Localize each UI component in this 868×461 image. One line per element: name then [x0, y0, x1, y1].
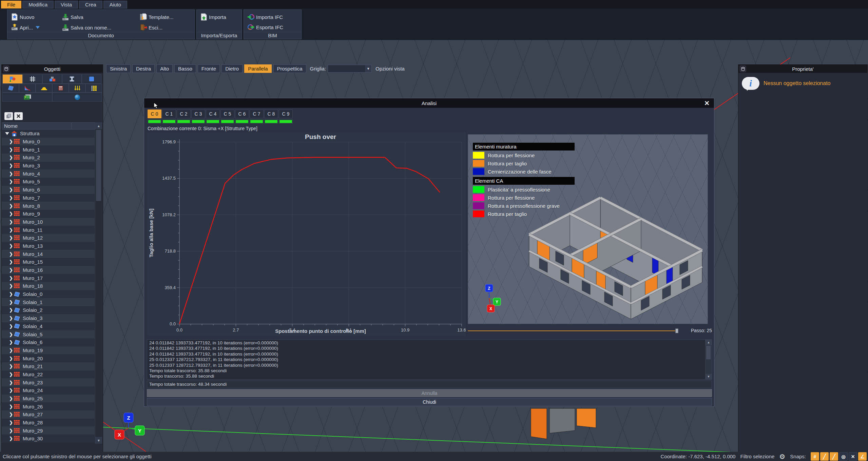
chevron-right-icon[interactable]: ❯	[9, 412, 14, 417]
step-slider-track[interactable]	[468, 330, 676, 331]
tree-item-solaio_2[interactable]: ❯Solaio_2	[2, 306, 95, 314]
scroll-down-icon[interactable]: ▼	[706, 374, 712, 379]
chevron-right-icon[interactable]: ❯	[9, 219, 14, 224]
tree-item-muro_27[interactable]: ❯Muro_27	[2, 410, 95, 419]
view-button-prospettica[interactable]: Prospettica	[273, 64, 306, 73]
chevron-right-icon[interactable]: ❯	[9, 340, 14, 345]
save-as-button[interactable]: Salva con nome...	[62, 22, 140, 33]
chevron-right-icon[interactable]: ❯	[9, 404, 14, 409]
expanded-arrow-icon[interactable]	[5, 132, 9, 135]
tree-item-muro_4[interactable]: ❯Muro_4	[2, 169, 95, 178]
chevron-right-icon[interactable]: ❯	[9, 243, 14, 248]
view-button-parallela[interactable]: Parallela	[244, 64, 271, 73]
menu-modifica[interactable]: Modifica	[22, 1, 54, 8]
menu-file[interactable]: File	[1, 1, 21, 8]
tree-item-muro_15[interactable]: ❯Muro_15	[2, 258, 95, 266]
tree-item-muro_22[interactable]: ❯Muro_22	[2, 370, 95, 379]
tree-scrollbar[interactable]: ▲ ▼	[95, 122, 102, 444]
tree-item-muro_11[interactable]: ❯Muro_11	[2, 226, 95, 234]
chevron-right-icon[interactable]: ❯	[9, 356, 14, 361]
combination-tab-c5[interactable]: C 5	[220, 109, 234, 118]
tree-item-struttura[interactable]: Struttura	[2, 129, 95, 138]
tree-item-solaio_0[interactable]: ❯Solaio_0	[2, 290, 95, 298]
chevron-right-icon[interactable]: ❯	[9, 283, 14, 288]
tree-item-muro_1[interactable]: ❯Muro_1	[2, 145, 95, 154]
view-button-basso[interactable]: Basso	[174, 64, 196, 73]
template-button[interactable]: Template...	[140, 12, 191, 22]
chevron-right-icon[interactable]: ❯	[9, 292, 14, 297]
dialog-titlebar[interactable]: Analisi ✕	[144, 98, 714, 108]
close-button[interactable]: Chiudi	[147, 398, 712, 406]
midpoint-snap-icon[interactable]: ╱	[830, 452, 838, 461]
tree-item-solaio_6[interactable]: ❯Solaio_6	[2, 338, 95, 346]
chevron-right-icon[interactable]: ❯	[9, 332, 14, 337]
chevron-right-icon[interactable]: ❯	[9, 348, 14, 353]
tree-item-muro_24[interactable]: ❯Muro_24	[2, 386, 95, 395]
view-button-fronte[interactable]: Fronte	[198, 64, 220, 73]
chevron-right-icon[interactable]: ❯	[9, 276, 14, 281]
tab-images[interactable]	[2, 93, 52, 102]
scroll-down-icon[interactable]: ▼	[95, 437, 102, 444]
chevron-right-icon[interactable]: ❯	[9, 372, 14, 377]
gear-icon[interactable]: ⚙	[779, 453, 785, 461]
tab-safety[interactable]	[36, 84, 52, 93]
chevron-down-icon[interactable]: ▼	[365, 65, 371, 72]
scroll-up-icon[interactable]: ▲	[706, 340, 712, 345]
import-button[interactable]: Importa	[200, 12, 226, 22]
tree-item-muro_0[interactable]: ❯Muro_0	[2, 138, 95, 146]
angle-snap-icon[interactable]: ∠	[858, 452, 867, 461]
tree-item-muro_13[interactable]: ❯Muro_13	[2, 242, 95, 250]
tab-table[interactable]	[85, 84, 102, 93]
tree-item-muro_28[interactable]: ❯Muro_28	[2, 419, 95, 427]
combination-tab-c1[interactable]: C 1	[162, 109, 176, 118]
log-scrollbar[interactable]: ▲ ▼	[705, 340, 712, 379]
chevron-right-icon[interactable]: ❯	[9, 227, 14, 233]
cancel-button[interactable]: Annulla	[147, 389, 712, 397]
menu-crea[interactable]: Crea	[79, 1, 102, 8]
close-icon[interactable]: ✕	[703, 99, 711, 107]
intersection-snap-icon[interactable]: ✕	[849, 452, 857, 461]
tree-item-solaio_1[interactable]: ❯Solaio_1	[2, 298, 95, 306]
scrollbar-thumb[interactable]	[706, 346, 711, 359]
delete-button[interactable]	[14, 112, 23, 120]
tab-solids[interactable]	[42, 74, 62, 84]
view-button-destra[interactable]: Destra	[132, 64, 155, 73]
combination-tab-c3[interactable]: C 3	[191, 109, 205, 118]
chevron-right-icon[interactable]: ❯	[9, 324, 14, 329]
chevron-right-icon[interactable]: ❯	[9, 195, 14, 200]
tab-grid[interactable]	[23, 74, 42, 84]
tree-item-muro_20[interactable]: ❯Muro_20	[2, 354, 95, 362]
chevron-right-icon[interactable]: ❯	[9, 267, 14, 273]
new-button[interactable]: Nuovo	[11, 12, 62, 22]
tree-item-muro_2[interactable]: ❯Muro_2	[2, 154, 95, 162]
tree-item-muro_3[interactable]: ❯Muro_3	[2, 162, 95, 170]
open-dropdown-arrow-icon[interactable]	[36, 26, 40, 29]
view-options-button[interactable]: Opzioni vista	[373, 66, 407, 72]
objects-panel-header[interactable]: Oggetti	[2, 65, 103, 73]
combination-tab-c8[interactable]: C 8	[264, 109, 278, 118]
tree-item-solaio_5[interactable]: ❯Solaio_5	[2, 330, 95, 338]
chevron-right-icon[interactable]: ❯	[9, 171, 14, 176]
tab-calculator[interactable]	[52, 84, 69, 93]
tree-item-muro_26[interactable]: ❯Muro_26	[2, 402, 95, 410]
exit-button[interactable]: Esci...	[140, 22, 191, 33]
tree-item-muro_23[interactable]: ❯Muro_23	[2, 378, 95, 386]
chevron-right-icon[interactable]: ❯	[9, 300, 14, 305]
tree-item-muro_18[interactable]: ❯Muro_18	[2, 282, 95, 290]
tree-item-muro_6[interactable]: ❯Muro_6	[2, 186, 95, 194]
tab-diagram[interactable]	[19, 84, 36, 93]
step-slider-handle[interactable]	[675, 328, 678, 333]
tab-shapes[interactable]	[2, 74, 23, 84]
open-button[interactable]: Apri...	[11, 22, 62, 33]
tree-item-muro_30[interactable]: ❯Muro_30	[2, 435, 95, 443]
chevron-right-icon[interactable]: ❯	[9, 252, 14, 257]
chevron-right-icon[interactable]: ❯	[9, 259, 14, 264]
tab-beam[interactable]	[62, 74, 82, 84]
chevron-right-icon[interactable]: ❯	[9, 187, 14, 192]
tree-header[interactable]: Nome	[2, 122, 102, 129]
duplicate-button[interactable]	[4, 112, 13, 120]
chevron-right-icon[interactable]: ❯	[9, 163, 14, 168]
analysis-log[interactable]: 24 0.011842 1393733.477192, in 10 iterat…	[147, 339, 712, 380]
menu-vista[interactable]: Vista	[55, 1, 78, 8]
tree-item-muro_5[interactable]: ❯Muro_5	[2, 178, 95, 186]
